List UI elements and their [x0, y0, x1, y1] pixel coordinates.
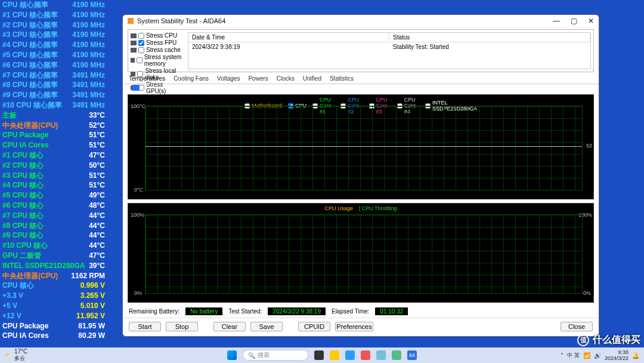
window-title: System Stability Test - AIDA64 [137, 17, 225, 24]
osd-row: #8 CPU 核心频率3491 MHz [0, 80, 107, 90]
osd-row: #4 CPU 核心频率4190 MHz [0, 40, 107, 50]
g2-ymin: 0% [134, 290, 142, 296]
battery-value: No battery [185, 307, 222, 315]
stress-checkbox[interactable] [138, 33, 144, 39]
osd-row: 主板33°C [0, 110, 107, 121]
stress-icon [131, 41, 137, 45]
osd-row: #6 CPU 核心频率4190 MHz [0, 60, 107, 70]
taskbar-clock[interactable]: 9:38 2024/3/22 [605, 349, 628, 361]
tab-cooling-fans[interactable]: Cooling Fans [174, 75, 209, 82]
stress-icon [131, 33, 137, 38]
log-table: Date & Time Status 2024/3/22 9:38:19 Sta… [188, 32, 591, 69]
tray-chevron-icon[interactable]: ˄ [561, 352, 564, 359]
started-label: Test Started: [228, 308, 262, 315]
notifications-icon[interactable]: 🔔 [632, 352, 639, 359]
start-button[interactable]: Start [129, 322, 161, 331]
save-button[interactable]: Save [250, 322, 283, 331]
g2-rmin: 0% [583, 290, 591, 296]
osd-row: CPU IA Cores80.29 W [0, 331, 107, 341]
tab-clocks[interactable]: Clocks [277, 75, 295, 82]
tab-unified[interactable]: Unified [303, 75, 321, 82]
g2-ymax: 100% [131, 212, 144, 218]
osd-row: #2 CPU 核心50°C [0, 161, 107, 171]
titlebar[interactable]: System Stability Test - AIDA64 ― ▢ ✕ [123, 15, 599, 27]
osd-row: #6 CPU 核心48°C [0, 201, 107, 211]
tray-wifi-icon[interactable]: 📶 [583, 352, 590, 359]
osd-row: GPU 二极管47°C [0, 251, 107, 261]
taskbar[interactable]: ⛅ 17°C 多云 🔍 搜索 64 ˄ 中 英 📶 🔊 9:38 2024/3/… [0, 347, 644, 363]
search-icon: 🔍 [248, 352, 255, 359]
task-view-icon[interactable] [314, 350, 324, 360]
clear-button[interactable]: Clear [213, 322, 246, 331]
taskbar-search[interactable]: 🔍 搜索 [243, 350, 308, 361]
legend-item: | CPU Throttling [359, 205, 397, 211]
osd-row: #10 CPU 核心频率3491 MHz [0, 100, 107, 110]
app-icon-1[interactable] [361, 350, 370, 360]
weather-desc: 多云 [14, 355, 27, 362]
tray-volume-icon[interactable]: 🔊 [594, 352, 601, 359]
osd-row: #3 CPU 核心频率4190 MHz [0, 30, 107, 40]
start-button-icon[interactable] [227, 350, 237, 360]
close-window-button[interactable]: ✕ [588, 17, 594, 25]
stress-checkbox[interactable] [138, 40, 144, 46]
tab-voltages[interactable]: Voltages [217, 75, 240, 82]
close-button[interactable]: Close [561, 322, 593, 331]
stress-checkbox[interactable] [137, 57, 143, 63]
stress-option[interactable]: Stress system memory [131, 54, 184, 67]
weather-icon: ⛅ [5, 352, 12, 359]
stress-option[interactable]: Stress CPU [131, 32, 184, 39]
stress-option[interactable]: Stress FPU [131, 39, 184, 46]
app-icon [128, 18, 134, 24]
osd-row: #7 CPU 核心频率3491 MHz [0, 70, 107, 81]
osd-row: #7 CPU 核心44°C [0, 211, 107, 221]
stress-icon [131, 58, 135, 63]
log-datetime: 2024/3/22 9:38:19 [188, 42, 389, 51]
preferences-button[interactable]: Preferences [335, 322, 373, 331]
osd-row: 中央处理器(CPU)52°C [0, 121, 107, 131]
stress-icon [131, 48, 137, 53]
stop-button[interactable]: Stop [166, 322, 198, 331]
search-placeholder: 搜索 [258, 351, 270, 359]
osd-row: #9 CPU 核心频率3491 MHz [0, 90, 107, 100]
osd-row: CPU 核心频率4190 MHz [0, 0, 107, 10]
button-bar: Start Stop Clear Save CPUID Preferences … [123, 318, 599, 336]
selection-indicator [132, 85, 140, 91]
legend-item: CPU Usage [324, 205, 353, 211]
osd-row: #10 CPU 核心44°C [0, 241, 107, 251]
app-icon-2[interactable] [376, 350, 386, 360]
temperature-graph[interactable]: MotherboardCPUCPU Core #1CPU Core #2CPU … [128, 94, 594, 199]
maximize-button[interactable]: ▢ [571, 17, 577, 25]
explorer-icon[interactable] [330, 350, 339, 360]
osd-row: #5 CPU 核心频率4190 MHz [0, 50, 107, 60]
tab-statistics[interactable]: Statistics [330, 75, 354, 82]
aida64-taskbar-icon[interactable]: 64 [407, 350, 417, 360]
col-status: Status [389, 33, 590, 42]
tab-strip: TemperaturesCooling FansVoltagesPowersCl… [123, 72, 599, 84]
tab-powers[interactable]: Powers [248, 75, 268, 82]
g1-readout: 52 [586, 143, 592, 149]
stress-checkbox[interactable] [138, 47, 144, 53]
stress-option[interactable]: Stress cache [131, 47, 184, 53]
osd-row: #3 CPU 核心51°C [0, 171, 107, 181]
cpuid-button[interactable]: CPUID [298, 322, 330, 331]
battery-label: Remaining Battery: [129, 308, 179, 315]
osd-row: CPU 核心0.996 V [0, 281, 107, 291]
aida64-window: System Stability Test - AIDA64 ― ▢ ✕ Str… [122, 14, 599, 337]
weather-temp: 17°C [14, 348, 27, 355]
g1-ymin: 0°C [134, 187, 143, 193]
osd-row: CPU Package51°C [0, 130, 107, 140]
cpu-usage-graph[interactable]: CPU Usage | CPU Throttling 100% 0% 100% … [128, 203, 594, 303]
tray-lang[interactable]: 中 英 [567, 352, 580, 359]
app-icon-3[interactable] [392, 350, 401, 360]
minimize-button[interactable]: ― [553, 17, 560, 25]
elapsed-label: Elapsed Time: [332, 308, 369, 315]
log-status: Stability Test: Started [389, 42, 590, 51]
edge-icon[interactable] [345, 350, 355, 360]
weather-widget[interactable]: ⛅ 17°C 多云 [5, 348, 27, 362]
tab-temperatures[interactable]: Temperatures [129, 75, 165, 82]
osd-row: INTEL SSDPE21D280GA39°C [0, 261, 107, 271]
osd-row: #4 CPU 核心51°C [0, 180, 107, 190]
osd-row: #5 CPU 核心49°C [0, 190, 107, 201]
status-bar: Remaining Battery: No battery Test Start… [123, 305, 599, 318]
osd-row: 中央处理器(CPU)1162 RPM [0, 271, 107, 281]
